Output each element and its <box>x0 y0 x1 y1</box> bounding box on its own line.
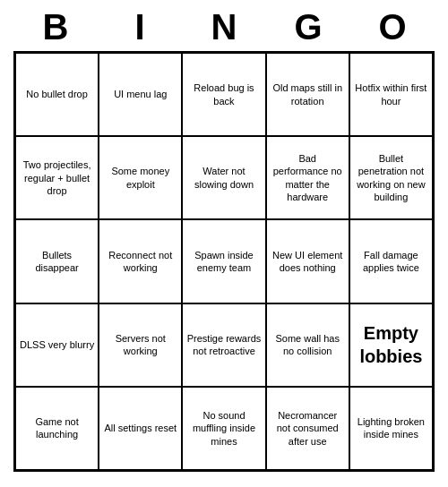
bingo-cell-24[interactable]: Lighting broken inside mines <box>349 387 433 470</box>
bingo-cell-10[interactable]: Bullets disappear <box>15 219 99 303</box>
bingo-cell-23[interactable]: Necromancer not consumed after use <box>266 387 349 470</box>
bingo-cell-13[interactable]: New UI element does nothing <box>266 219 349 303</box>
bingo-cell-19[interactable]: Empty lobbies <box>349 303 433 387</box>
bingo-cell-12[interactable]: Spawn inside enemy team <box>182 219 265 303</box>
header-letter-o: O <box>357 7 428 47</box>
bingo-cell-0[interactable]: No bullet drop <box>15 53 99 136</box>
bingo-cell-2[interactable]: Reload bug is back <box>182 53 265 136</box>
bingo-cell-17[interactable]: Prestige rewards not retroactive <box>182 303 265 387</box>
bingo-cell-21[interactable]: All settings reset <box>99 387 182 470</box>
bingo-cell-1[interactable]: UI menu lag <box>99 53 182 136</box>
bingo-cell-7[interactable]: Water not slowing down <box>182 136 265 219</box>
bingo-cell-6[interactable]: Some money exploit <box>99 136 182 219</box>
bingo-cell-3[interactable]: Old maps still in rotation <box>266 53 349 136</box>
bingo-cell-8[interactable]: Bad performance no matter the hardware <box>266 136 349 219</box>
bingo-cell-18[interactable]: Some wall has no collision <box>266 303 349 387</box>
bingo-cell-22[interactable]: No sound muffling inside mines <box>182 387 265 470</box>
bingo-cell-15[interactable]: DLSS very blurry <box>15 303 99 387</box>
bingo-cell-5[interactable]: Two projectiles, regular + bullet drop <box>15 136 99 219</box>
header-letter-g: G <box>272 7 344 47</box>
bingo-cell-11[interactable]: Reconnect not working <box>99 219 182 303</box>
bingo-cell-20[interactable]: Game not launching <box>15 387 99 470</box>
bingo-cell-14[interactable]: Fall damage applies twice <box>349 219 433 303</box>
bingo-grid: No bullet dropUI menu lagReload bug is b… <box>13 51 435 472</box>
header-letter-b: B <box>20 7 91 47</box>
header-letter-i: I <box>104 7 176 47</box>
header-letter-n: N <box>188 7 260 47</box>
bingo-cell-9[interactable]: Bullet penetration not working on new bu… <box>349 136 433 219</box>
bingo-cell-4[interactable]: Hotfix within first hour <box>349 53 433 136</box>
bingo-cell-16[interactable]: Servers not working <box>99 303 182 387</box>
bingo-header: BINGO <box>13 7 435 47</box>
